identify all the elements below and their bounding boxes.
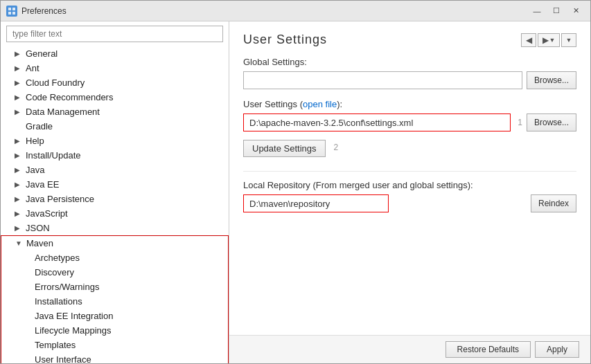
user-settings-input[interactable] [243,113,511,131]
local-repository-section: Local Repository (From merged user and g… [243,180,576,212]
left-panel: ▶General ▶Ant ▶Cloud Foundry ▶Code Recom… [1,21,229,363]
global-settings-section: Global Settings: Browse... [243,57,576,89]
tree-item-java-persistence[interactable]: ▶Java Persistence [1,192,229,206]
callout-2: 2 [334,143,339,152]
tree-item-javascript[interactable]: ▶JavaScript [1,206,229,221]
update-settings-button[interactable]: Update Settings [243,140,326,157]
right-panel: User Settings ◀ ▶ ▼ ▼ [229,21,590,335]
nav-buttons: ◀ ▶ ▼ ▼ [521,33,576,47]
svg-rect-2 [8,12,11,15]
arrow-icon: ▶ [15,166,23,174]
minimize-button[interactable]: — [528,4,546,18]
arrow-icon: ▶ [15,50,23,57]
local-repository-row: Reindex [243,194,576,212]
tree-item-java-ee[interactable]: ▶Java EE [1,177,229,192]
tree-child-installations[interactable]: Installations [1,294,228,309]
apply-button[interactable]: Apply [535,341,579,358]
nav-forward-button[interactable]: ▶ ▼ [538,33,560,47]
tree-child-discovery[interactable]: Discovery [1,265,228,280]
tree-child-java-ee-integration[interactable]: Java EE Integration [1,309,228,323]
window-title: Preferences [21,6,528,16]
arrow-icon: ▶ [15,137,23,145]
tree-container: ▶General ▶Ant ▶Cloud Foundry ▶Code Recom… [1,46,229,363]
maven-group: ▼Maven Archetypes Discovery Errors/Warni… [1,235,229,363]
global-browse-button[interactable]: Browse... [527,71,576,89]
open-file-link[interactable]: open file [303,99,337,109]
callout-1: 1 [518,118,522,127]
panel-title: User Settings [243,33,327,47]
nav-back-button[interactable]: ◀ [521,33,536,47]
svg-rect-3 [12,12,15,15]
preferences-window: Preferences — ☐ ✕ ▶General ▶Ant ▶Cloud F… [0,0,591,364]
tree-item-maven[interactable]: ▼Maven [1,236,228,251]
global-settings-row: Browse... [243,71,576,89]
user-browse-button[interactable]: Browse... [527,113,576,131]
arrow-icon: ▶ [15,64,23,72]
tree-item-java[interactable]: ▶Java [1,163,229,177]
tree-item-help[interactable]: ▶Help [1,134,229,148]
tree-item-general[interactable]: ▶General [1,46,229,61]
window-icon [6,6,17,17]
local-repository-input[interactable] [243,194,389,212]
svg-rect-1 [12,8,15,10]
arrow-icon: ▶ [15,108,23,116]
arrow-icon: ▶ [15,210,23,217]
restore-defaults-button[interactable]: Restore Defaults [446,341,531,358]
tree-child-lifecycle-mappings[interactable]: Lifecycle Mappings [1,323,228,338]
tree-child-user-interface[interactable]: User Interface [1,352,228,363]
nav-dropdown-button[interactable]: ▼ [561,33,576,47]
chevron-down-icon: ▼ [566,37,572,44]
arrow-icon: ▶ [15,195,23,203]
arrow-icon: ▶ [15,152,23,159]
bottom-bar: Restore Defaults Apply [229,335,590,363]
tree-item-data-management[interactable]: ▶Data Management [1,104,229,119]
arrow-icon: ▶ [15,79,23,87]
tree-child-templates[interactable]: Templates [1,338,228,352]
tree-item-code-recommenders[interactable]: ▶Code Recommenders [1,90,229,104]
user-settings-section: User Settings (open file): 1 Browse... U… [243,99,576,158]
reindex-button[interactable]: Reindex [531,194,576,212]
user-settings-label: User Settings (open file): [243,99,576,109]
maximize-button[interactable]: ☐ [547,4,565,18]
panel-header: User Settings ◀ ▶ ▼ ▼ [243,33,576,47]
forward-icon: ▶ [543,35,549,45]
divider [243,171,576,172]
arrow-icon: ▶ [15,224,23,232]
global-settings-label: Global Settings: [243,57,576,67]
tree-item-install-update[interactable]: ▶Install/Update [1,148,229,163]
arrow-icon: ▶ [15,93,23,101]
arrow-icon: ▶ [15,181,23,188]
window-body: ▶General ▶Ant ▶Cloud Foundry ▶Code Recom… [1,21,590,363]
tree-item-cloud-foundry[interactable]: ▶Cloud Foundry [1,75,229,90]
back-icon: ◀ [526,35,532,45]
title-bar: Preferences — ☐ ✕ [1,1,590,21]
window-controls: — ☐ ✕ [528,4,585,18]
filter-input[interactable] [6,26,223,42]
tree-item-json[interactable]: ▶JSON [1,221,229,235]
tree-child-archetypes[interactable]: Archetypes [1,251,228,265]
user-settings-row: 1 Browse... [243,113,576,131]
tree-item-gradle[interactable]: Gradle [1,119,229,134]
dropdown-icon: ▼ [549,37,556,44]
close-button[interactable]: ✕ [567,4,585,18]
arrow-icon [15,122,23,130]
right-panel-wrapper: User Settings ◀ ▶ ▼ ▼ [229,21,590,363]
local-repository-label: Local Repository (From merged user and g… [243,180,576,190]
tree-item-ant[interactable]: ▶Ant [1,61,229,75]
global-settings-input[interactable] [243,71,522,89]
svg-rect-0 [8,8,11,10]
expand-icon: ▼ [15,239,24,247]
tree-child-errors-warnings[interactable]: Errors/Warnings [1,280,228,294]
update-row: Update Settings 2 [243,136,576,158]
